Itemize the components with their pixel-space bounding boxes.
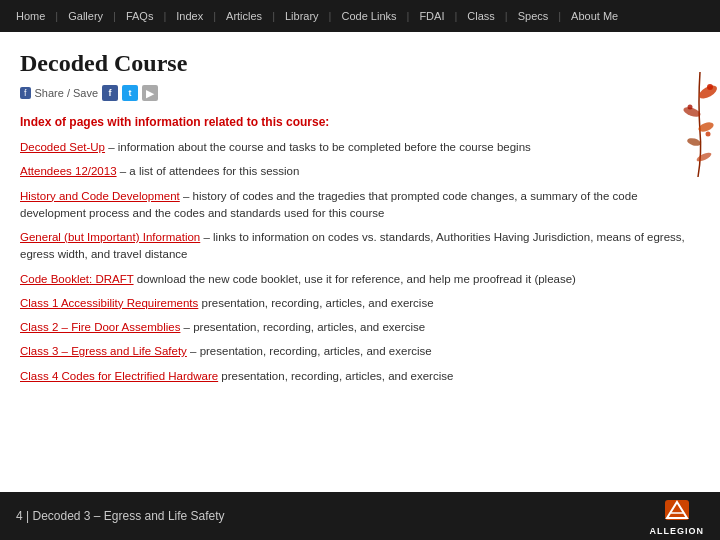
nav-home[interactable]: Home <box>8 6 53 26</box>
forward-icon[interactable]: ▶ <box>142 85 158 101</box>
course-list-item: History and Code Development – history o… <box>20 188 700 223</box>
svg-point-6 <box>688 105 693 110</box>
nav-class[interactable]: Class <box>459 6 503 26</box>
allegion-logo: ALLEGION <box>650 496 705 536</box>
nav-about-me[interactable]: About Me <box>563 6 626 26</box>
svg-point-5 <box>707 84 713 90</box>
facebook-icon[interactable]: f <box>102 85 118 101</box>
course-desc-0: – information about the course and tasks… <box>105 141 531 153</box>
nav-specs[interactable]: Specs <box>510 6 557 26</box>
nav-bar: Home | Gallery | FAQs | Index | Articles… <box>0 0 720 32</box>
share-icon: f <box>20 87 31 99</box>
twitter-icon[interactable]: t <box>122 85 138 101</box>
course-list-item: Decoded Set-Up – information about the c… <box>20 139 700 156</box>
course-link-5[interactable]: Class 1 Accessibility Requirements <box>20 297 198 309</box>
nav-code-links[interactable]: Code Links <box>333 6 404 26</box>
course-list-item: Code Booklet: DRAFT download the new cod… <box>20 271 700 288</box>
course-desc-8: presentation, recording, articles, and e… <box>218 370 453 382</box>
svg-point-7 <box>706 132 711 137</box>
course-list-item: Class 2 – Fire Door Assemblies – present… <box>20 319 700 336</box>
course-link-2[interactable]: History and Code Development <box>20 190 180 202</box>
page-title: Decoded Course <box>20 50 700 77</box>
share-text[interactable]: Share / Save <box>35 87 99 99</box>
footer-text: 4 | Decoded 3 – Egress and Life Safety <box>16 509 225 523</box>
svg-point-4 <box>695 151 712 163</box>
allegion-text: ALLEGION <box>650 526 705 536</box>
floral-decoration <box>680 62 720 182</box>
course-link-4[interactable]: Code Booklet: DRAFT <box>20 273 134 285</box>
course-list-item: Class 1 Accessibility Requirements prese… <box>20 295 700 312</box>
course-link-3[interactable]: General (but Important) Information <box>20 231 200 243</box>
course-link-1[interactable]: Attendees 12/2013 <box>20 165 117 177</box>
nav-fdai[interactable]: FDAI <box>411 6 452 26</box>
svg-point-3 <box>686 137 701 147</box>
course-list-item: Class 4 Codes for Electrified Hardware p… <box>20 368 700 385</box>
course-list-item: Class 3 – Egress and Life Safety – prese… <box>20 343 700 360</box>
course-list-item: Attendees 12/2013 – a list of attendees … <box>20 163 700 180</box>
nav-faqs[interactable]: FAQs <box>118 6 162 26</box>
index-intro: Index of pages with information related … <box>20 115 700 129</box>
course-desc-4: download the new code booklet, use it fo… <box>134 273 576 285</box>
course-link-0[interactable]: Decoded Set-Up <box>20 141 105 153</box>
nav-index[interactable]: Index <box>168 6 211 26</box>
course-list: Decoded Set-Up – information about the c… <box>20 139 700 385</box>
course-link-7[interactable]: Class 3 – Egress and Life Safety <box>20 345 187 357</box>
share-bar: f Share / Save f t ▶ <box>20 85 700 101</box>
footer-bar: 4 | Decoded 3 – Egress and Life Safety A… <box>0 492 720 540</box>
course-list-item: General (but Important) Information – li… <box>20 229 700 264</box>
nav-gallery[interactable]: Gallery <box>60 6 111 26</box>
course-desc-7: – presentation, recording, articles, and… <box>187 345 432 357</box>
course-link-6[interactable]: Class 2 – Fire Door Assemblies <box>20 321 180 333</box>
course-desc-6: – presentation, recording, articles, and… <box>180 321 425 333</box>
main-content: Decoded Course f Share / Save f t ▶ Inde… <box>0 32 720 402</box>
course-link-8[interactable]: Class 4 Codes for Electrified Hardware <box>20 370 218 382</box>
nav-articles[interactable]: Articles <box>218 6 270 26</box>
nav-library[interactable]: Library <box>277 6 327 26</box>
course-desc-5: presentation, recording, articles, and e… <box>198 297 433 309</box>
course-desc-1: – a list of attendees for this session <box>117 165 300 177</box>
